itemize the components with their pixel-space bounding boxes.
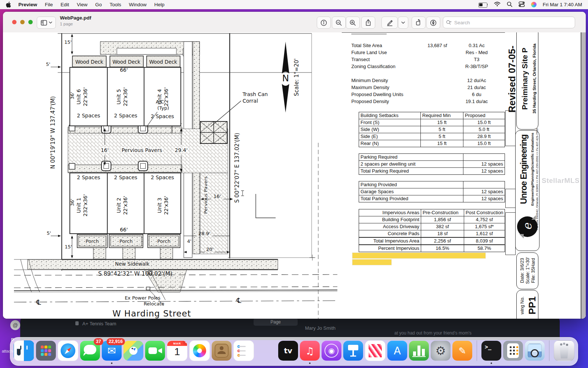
battery-icon[interactable] (478, 3, 488, 7)
menu-file[interactable]: File (45, 2, 53, 7)
menu-window[interactable]: Window (129, 2, 147, 7)
revision-box-3 (505, 212, 516, 255)
rotate-button[interactable] (412, 17, 426, 29)
site-statistics: Total Site Area13,687 sf0.31 Ac Future L… (351, 42, 504, 105)
search-input[interactable] (453, 20, 572, 26)
menu-help[interactable]: Help (154, 2, 165, 7)
preview-window: WebPage.pdf 1 page (3, 12, 586, 319)
sheet-number: PP1 (527, 287, 537, 319)
control-center-icon[interactable] (519, 1, 525, 8)
dock-calculator-icon[interactable] (503, 341, 523, 361)
firm-tagline: Engineering/Planning/Scientific Evaluati… (530, 125, 534, 213)
close-button[interactable] (12, 20, 17, 24)
apple-menu-icon[interactable] (6, 1, 11, 8)
menu-bar-clock[interactable]: Fri Mar 1 7:40 AM (543, 2, 582, 7)
background-at-icon: @ (10, 320, 20, 330)
menu-go[interactable]: Go (95, 2, 102, 7)
unit1-size: 232'x36' (82, 194, 88, 217)
drawing-date: Date: 3/6/23 (520, 250, 525, 291)
sheet-address: 35 Harding Street, Orlando, Florida (532, 33, 537, 125)
dock-maps-icon[interactable] (123, 341, 143, 361)
messages-badge: 37 (94, 338, 103, 345)
markup-menu-button[interactable] (398, 17, 408, 29)
dim-36-bottom: 36' (69, 199, 75, 206)
unit1-label: Unit 1 (76, 198, 82, 213)
info-button[interactable] (317, 17, 331, 29)
dock-numbers-icon[interactable] (409, 341, 429, 361)
dim-16-right: 16' (214, 194, 221, 199)
tv-glyph: tv (278, 341, 298, 361)
dock-photos-icon[interactable] (189, 340, 210, 361)
background-window-tab: Page (254, 318, 298, 326)
north-arrow-icon: N (282, 42, 289, 113)
dock-news-icon[interactable] (365, 340, 386, 361)
dock-trash-icon[interactable] (554, 340, 574, 361)
spaces-unit3: 2 Spaces (151, 174, 174, 180)
dock-apple-tv-icon[interactable]: tv (278, 341, 298, 361)
dock-safari-icon[interactable] (58, 340, 78, 361)
share-button[interactable] (361, 17, 375, 29)
menu-tools[interactable]: Tools (110, 2, 121, 7)
app-store-glyph: A (387, 341, 407, 361)
zoom-out-button[interactable] (332, 17, 346, 29)
bearing-south: S 89°42'32" W 100.02'(M) (98, 270, 172, 277)
wood-deck-label-2: Wood Deck (112, 59, 140, 65)
parking-required-table: Parking Required 2 spaces per dwelling u… (359, 153, 505, 175)
revision-box-2 (505, 189, 516, 208)
north-label: N (282, 73, 289, 84)
minimize-button[interactable] (20, 20, 25, 24)
zoom-window-button[interactable] (28, 20, 33, 24)
dock-facetime-icon[interactable] (145, 341, 165, 361)
fill-sign-button[interactable] (426, 17, 440, 29)
zoom-in-button[interactable] (346, 17, 360, 29)
dock: 37 ✉22,916 MAR 1 3 tv ♫ ◉ A ⚙ ✎ >_ (10, 337, 578, 366)
unit2-label: Unit 2 (116, 198, 122, 213)
dock-calendar-icon[interactable]: MAR 1 3 (167, 340, 187, 361)
dock-messages-icon[interactable]: 37 (80, 341, 100, 361)
pen-icon: ✎ (452, 341, 472, 361)
dock-pages-icon[interactable]: ✎ (452, 341, 472, 361)
dock-mail-icon[interactable]: ✉22,916 (102, 341, 122, 361)
dim-289: 28.9' (198, 231, 211, 236)
dock-divider (477, 340, 477, 361)
street-area (14, 259, 337, 305)
menu-view[interactable]: View (77, 2, 87, 7)
dock-launchpad-icon[interactable] (36, 341, 56, 361)
power-poles-label-1: Ex Power Poles (125, 295, 160, 301)
porch-label-2: Porch (119, 238, 133, 244)
stat-row: Proposed Density19.1 du/ac (351, 98, 504, 105)
impervious-note-line2: in impervious area (352, 259, 392, 265)
pdf-content[interactable]: Wood Deck Wood Deck Wood Deck 66' 36' Un… (3, 32, 586, 319)
unit3-label: Unit 3 (157, 198, 162, 213)
background-window[interactable]: A+ Tennis Team Page Mary Jo Smith at you… (20, 317, 560, 340)
unit6-size: 22'x36' (82, 87, 88, 106)
dock-system-settings-icon[interactable]: ⚙ (431, 341, 451, 361)
spotlight-icon[interactable] (507, 1, 512, 8)
dock-app-store-icon[interactable]: A (387, 341, 407, 361)
drawing-file: File: 35Hard (531, 250, 536, 291)
dock-reminders-icon[interactable] (233, 340, 254, 361)
dock-terminal-icon[interactable]: >_ (481, 341, 501, 361)
dock-music-icon[interactable]: ♫ (300, 341, 320, 361)
window-margin[interactable] (581, 32, 586, 319)
menu-preview[interactable]: Preview (18, 2, 37, 7)
dock-podcasts-icon[interactable]: ◉ (322, 341, 341, 361)
paver-dim-16: 16' (101, 147, 109, 153)
wifi-icon[interactable] (494, 1, 501, 8)
markup-button[interactable] (381, 17, 398, 29)
sidebar-toggle-button[interactable] (37, 17, 56, 29)
dock-finder-icon[interactable] (14, 340, 34, 361)
search-field[interactable] (443, 17, 575, 28)
dock-preview-icon[interactable] (525, 341, 545, 361)
title-bar: WebPage.pdf 1 page (3, 12, 586, 33)
dock-contacts-icon[interactable] (212, 341, 232, 361)
firm-name: Unroe Engineering (519, 125, 529, 213)
dock-keynote-icon[interactable] (343, 341, 363, 361)
menu-edit[interactable]: Edit (61, 2, 69, 7)
dim-5-top: 5' (46, 61, 50, 67)
dim-66-bottom: 66' (120, 227, 128, 233)
stat-row: Maximum Density21 du/ac (351, 84, 504, 91)
siri-icon[interactable] (531, 2, 537, 7)
gear-icon: ⚙ (431, 341, 451, 361)
pervious-pavers-vertical-label: Pervious Pavers (203, 176, 208, 214)
